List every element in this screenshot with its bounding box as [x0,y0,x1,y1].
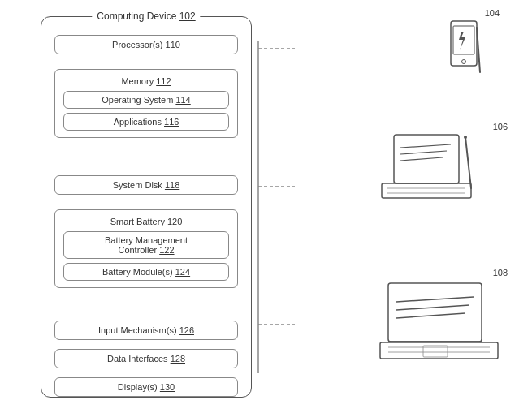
processor-box: Processor(s) 110 [54,35,238,54]
data-interfaces-label: Data Interfaces [107,354,168,364]
device-108-label: 108 [374,268,512,277]
displays-label: Display(s) [118,382,158,392]
device-108-ref: 108 [493,268,508,277]
battery-module-label: Battery Module(s) [102,267,173,277]
input-mech-box: Input Mechanism(s) 126 [54,321,238,340]
device-104: 104 [422,8,504,84]
apps-box: Applications 116 [63,113,229,131]
apps-label: Applications [114,117,162,127]
laptop-tablet-icon [378,133,508,222]
device-104-ref: 104 [485,8,500,18]
os-label: Operating System [102,95,173,105]
processor-label: Processor(s) [112,40,162,49]
smart-battery-outer: Smart Battery 120 Battery ManagementCont… [54,209,238,288]
processor-ref: 110 [166,40,180,49]
svg-rect-22 [380,342,498,359]
laptop-icon [376,279,510,368]
displays-ref: 130 [160,382,175,392]
computing-device-box: Computing Device 102 Processor(s) 110 Me… [41,16,252,398]
bmc-label: Battery ManagementController [105,235,188,255]
svg-rect-12 [382,183,471,198]
svg-point-16 [464,136,467,139]
computing-device-ref: 102 [179,11,196,22]
svg-line-15 [465,137,471,188]
diagram: Computing Device 102 Processor(s) 110 Me… [8,8,528,406]
data-interfaces-ref: 128 [171,354,185,364]
svg-line-11 [400,157,443,161]
input-mech-label: Input Mechanism(s) [98,325,177,335]
os-ref: 114 [175,95,190,105]
device-106-ref: 106 [493,122,508,131]
svg-point-6 [461,60,465,64]
apps-ref: 116 [164,117,179,127]
system-disk-box: System Disk 118 [54,175,238,195]
tablet-icon [441,19,486,84]
system-disk-label: System Disk [113,180,162,190]
computing-device-title: Computing Device 102 [92,11,200,22]
bmc-box: Battery ManagementController 122 [63,231,229,259]
data-interfaces-box: Data Interfaces 128 [54,349,238,368]
svg-rect-17 [388,283,482,342]
memory-title: Memory 112 [63,76,229,86]
device-106: 106 [374,122,512,222]
connector-lines [250,16,315,398]
svg-rect-4 [451,21,477,66]
bmc-ref: 122 [159,245,174,255]
memory-outer: Memory 112 Operating System 114 Applicat… [54,69,238,138]
svg-line-19 [396,305,469,310]
device-106-label: 106 [374,122,512,131]
smart-battery-label: Smart Battery [110,217,165,226]
battery-module-box: Battery Module(s) 124 [63,263,229,281]
svg-line-18 [396,297,474,302]
svg-line-9 [400,144,451,148]
displays-box: Display(s) 130 [54,377,238,397]
svg-line-10 [400,151,447,154]
memory-ref: 112 [156,76,171,86]
input-mech-ref: 126 [179,325,194,335]
system-disk-ref: 118 [165,180,179,190]
smart-battery-title: Smart Battery 120 [63,217,229,226]
memory-label: Memory [121,76,154,86]
device-108: 108 [374,268,512,368]
svg-line-20 [396,313,465,318]
device-104-label: 104 [422,8,504,18]
smart-battery-ref: 120 [167,217,182,226]
battery-module-ref: 124 [175,267,190,277]
os-box: Operating System 114 [63,91,229,109]
